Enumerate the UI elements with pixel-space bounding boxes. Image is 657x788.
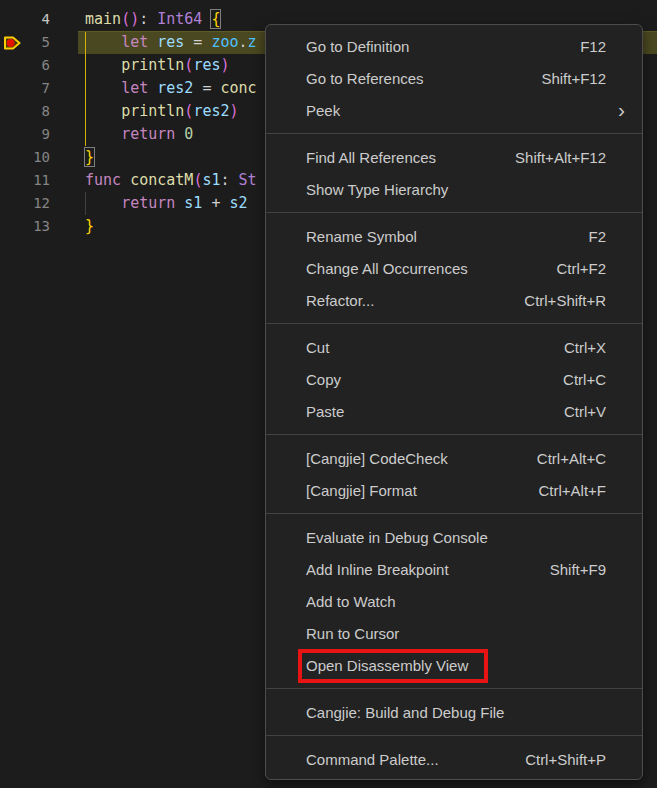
- menu-item-label: [Cangjie] Format: [306, 482, 417, 499]
- menu-separator: [266, 513, 642, 514]
- menu-item-shortcut: F2: [588, 228, 606, 245]
- menu-item-shortcut: Ctrl+Shift+R: [524, 292, 606, 309]
- line-number[interactable]: 7: [0, 77, 50, 100]
- submenu-arrow-icon: ›: [618, 99, 625, 120]
- line-number[interactable]: 5: [0, 31, 50, 54]
- code-token: =: [184, 33, 211, 51]
- code-token: res2: [157, 79, 193, 97]
- menu-item-cangjie-build-and-debug-file[interactable]: Cangjie: Build and Debug File: [266, 696, 642, 728]
- menu-item-refactor[interactable]: Refactor...Ctrl+Shift+R: [266, 284, 642, 316]
- menu-item-open-disassembly-view[interactable]: Open Disassembly View: [266, 649, 642, 681]
- menu-item-shortcut: Shift+F9: [550, 561, 606, 578]
- code-token: +: [202, 194, 229, 212]
- code-token: ): [220, 56, 229, 74]
- code-line-text: }: [85, 215, 94, 238]
- code-line-text: println(res): [85, 54, 230, 77]
- code-token: [85, 194, 121, 212]
- menu-item-command-palette[interactable]: Command Palette...Ctrl+Shift+P: [266, 743, 642, 775]
- code-line-text: let res2 = conc: [85, 77, 257, 100]
- code-token: [85, 79, 121, 97]
- line-number[interactable]: 9: [0, 123, 50, 146]
- code-line-text: return 0: [85, 123, 193, 146]
- line-number[interactable]: 11: [0, 169, 50, 192]
- line-number[interactable]: 13: [0, 215, 50, 238]
- code-token: [85, 33, 121, 51]
- menu-item-shortcut: Ctrl+X: [564, 339, 606, 356]
- menu-item-shortcut: Ctrl+F2: [556, 260, 606, 277]
- menu-item-run-to-cursor[interactable]: Run to Cursor: [266, 617, 642, 649]
- line-number[interactable]: 8: [0, 100, 50, 123]
- code-token: main: [85, 10, 121, 28]
- menu-item-label: [Cangjie] CodeCheck: [306, 450, 448, 467]
- menu-item-evaluate-in-debug-console[interactable]: Evaluate in Debug Console: [266, 521, 642, 553]
- code-token: concatM: [130, 171, 193, 189]
- menu-item-label: Paste: [306, 403, 344, 420]
- menu-item-shortcut: Ctrl+Shift+P: [525, 751, 606, 768]
- code-token: }: [85, 217, 94, 235]
- menu-item-paste[interactable]: PasteCtrl+V: [266, 395, 642, 427]
- code-token: func: [85, 171, 121, 189]
- code-token: [85, 56, 121, 74]
- line-number[interactable]: 4: [0, 8, 50, 31]
- menu-item-shortcut: Ctrl+Alt+C: [537, 450, 606, 467]
- code-token: s1: [202, 171, 220, 189]
- menu-item-label: Change All Occurrences: [306, 260, 468, 277]
- menu-item-change-all-occurrences[interactable]: Change All OccurrencesCtrl+F2: [266, 252, 642, 284]
- code-token: [148, 33, 157, 51]
- line-number[interactable]: 10: [0, 146, 50, 169]
- menu-item-label: Go to References: [306, 70, 424, 87]
- code-token: [175, 194, 184, 212]
- line-number[interactable]: 12: [0, 192, 50, 215]
- menu-item-find-all-references[interactable]: Find All ReferencesShift+Alt+F12: [266, 141, 642, 173]
- menu-item-shortcut: Shift+Alt+F12: [515, 149, 606, 166]
- code-line-text: println(res2): [85, 100, 239, 123]
- menu-item-cangjie-codecheck[interactable]: [Cangjie] CodeCheckCtrl+Alt+C: [266, 442, 642, 474]
- menu-item-shortcut: Ctrl+Alt+F: [538, 482, 606, 499]
- menu-item-add-inline-breakpoint[interactable]: Add Inline BreakpointShift+F9: [266, 553, 642, 585]
- code-token: [85, 125, 121, 143]
- code-token: res: [157, 33, 184, 51]
- code-token: [148, 79, 157, 97]
- code-token: {: [211, 10, 220, 28]
- menu-item-label: Show Type Hierarchy: [306, 181, 448, 198]
- menu-separator: [266, 133, 642, 134]
- code-token: ): [230, 102, 239, 120]
- menu-item-shortcut: Ctrl+V: [564, 403, 606, 420]
- menu-item-label: Cut: [306, 339, 329, 356]
- code-token: 0: [184, 125, 193, 143]
- code-token: s2: [230, 194, 248, 212]
- menu-item-shortcut: Ctrl+C: [563, 371, 606, 388]
- menu-item-label: Cangjie: Build and Debug File: [306, 704, 504, 721]
- menu-separator: [266, 323, 642, 324]
- menu-item-go-to-definition[interactable]: Go to DefinitionF12: [266, 30, 642, 62]
- code-token: (): [121, 10, 139, 28]
- code-token: Int64: [157, 10, 202, 28]
- menu-item-show-type-hierarchy[interactable]: Show Type Hierarchy: [266, 173, 642, 205]
- menu-separator: [266, 434, 642, 435]
- code-token: println: [121, 102, 184, 120]
- code-token: res2: [193, 102, 229, 120]
- menu-item-peek[interactable]: Peek›: [266, 94, 642, 126]
- code-token: s1: [184, 194, 202, 212]
- code-token: St: [239, 171, 257, 189]
- line-number[interactable]: 6: [0, 54, 50, 77]
- menu-item-cut[interactable]: CutCtrl+X: [266, 331, 642, 363]
- menu-item-label: Open Disassembly View: [306, 657, 468, 674]
- code-token: :: [220, 171, 238, 189]
- code-line-text: }: [85, 146, 94, 169]
- menu-separator: [266, 735, 642, 736]
- code-token: println: [121, 56, 184, 74]
- menu-item-copy[interactable]: CopyCtrl+C: [266, 363, 642, 395]
- code-line-text: return s1 + s2: [85, 192, 248, 215]
- vscode-editor-screenshot: 4main(): Int64 {5 let res = zoo.z6 print…: [0, 0, 657, 788]
- menu-item-add-to-watch[interactable]: Add to Watch: [266, 585, 642, 617]
- menu-item-label: Add Inline Breakpoint: [306, 561, 449, 578]
- menu-item-rename-symbol[interactable]: Rename SymbolF2: [266, 220, 642, 252]
- menu-item-go-to-references[interactable]: Go to ReferencesShift+F12: [266, 62, 642, 94]
- menu-item-cangjie-format[interactable]: [Cangjie] FormatCtrl+Alt+F: [266, 474, 642, 506]
- menu-item-label: Run to Cursor: [306, 625, 399, 642]
- menu-item-label: Command Palette...: [306, 751, 439, 768]
- code-line-text: func concatM(s1: St: [85, 169, 257, 192]
- menu-item-shortcut: Shift+F12: [541, 70, 606, 87]
- code-token: }: [85, 148, 94, 166]
